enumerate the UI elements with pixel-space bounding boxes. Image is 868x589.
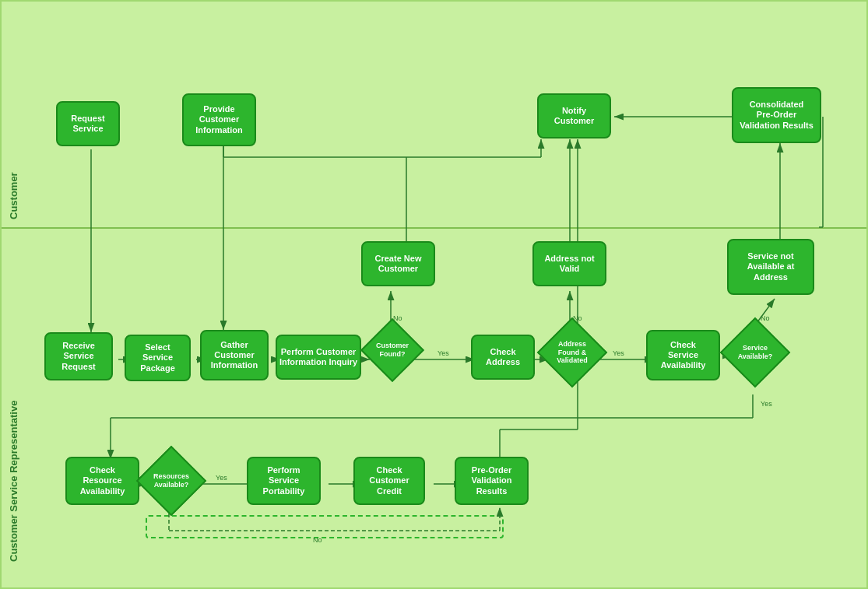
receive-service-request-node: ReceiveServiceRequest bbox=[44, 332, 113, 380]
customer-lane-label: Customer bbox=[8, 64, 19, 219]
check-address-node: CheckAddress bbox=[471, 335, 535, 380]
diagram-container: Customer Customer Service Representative… bbox=[0, 0, 868, 589]
customer-found-diamond: CustomerFound? bbox=[369, 327, 416, 373]
consolidated-node: ConsolidatedPre-OrderValidation Results bbox=[732, 87, 821, 143]
dashed-loop-box bbox=[146, 515, 504, 538]
address-not-valid-node: Address notValid bbox=[532, 241, 606, 286]
perform-service-portability-node: PerformServicePortability bbox=[247, 457, 321, 505]
csr-lane-label: Customer Service Representative bbox=[8, 235, 19, 562]
lane-divider bbox=[2, 227, 866, 229]
resources-available-diamond: ResourcesAvailable? bbox=[146, 455, 197, 507]
svg-text:Yes: Yes bbox=[613, 349, 624, 357]
address-found-diamond: AddressFound &Validated bbox=[546, 327, 598, 378]
svg-text:Yes: Yes bbox=[216, 474, 227, 482]
provide-customer-info-node: ProvideCustomerInformation bbox=[182, 93, 256, 146]
service-available-diamond: ServiceAvailable? bbox=[729, 327, 781, 378]
check-resource-availability-node: CheckResourceAvailability bbox=[65, 457, 139, 505]
select-service-package-node: SelectServicePackage bbox=[125, 335, 191, 381]
create-new-customer-node: Create NewCustomer bbox=[361, 241, 435, 286]
svg-text:No: No bbox=[761, 314, 770, 322]
gather-customer-info-node: GatherCustomerInformation bbox=[200, 330, 269, 380]
pre-order-validation-node: Pre-OrderValidationResults bbox=[455, 457, 529, 505]
service-not-available-node: Service notAvailable atAddress bbox=[727, 239, 814, 295]
svg-text:Yes: Yes bbox=[438, 349, 449, 357]
svg-text:Yes: Yes bbox=[761, 400, 772, 408]
request-service-node: Request Service bbox=[56, 101, 120, 146]
check-service-availability-node: CheckServiceAvailability bbox=[646, 330, 720, 380]
notify-customer-node: NotifyCustomer bbox=[537, 93, 611, 138]
check-customer-credit-node: CheckCustomerCredit bbox=[353, 457, 425, 505]
perform-customer-info-inquiry-node: Perform CustomerInformation Inquiry bbox=[276, 335, 361, 380]
